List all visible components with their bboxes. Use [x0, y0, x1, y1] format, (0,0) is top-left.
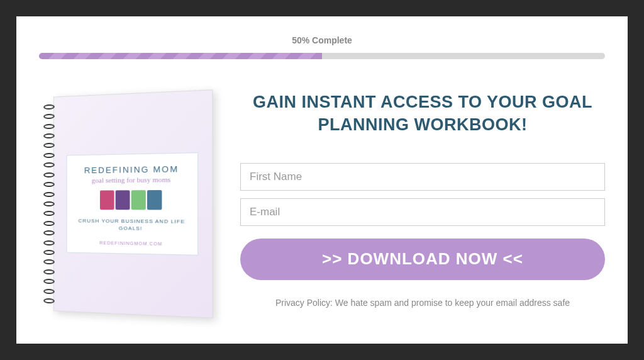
- cover-subtitle: goal setting for busy moms: [74, 175, 191, 184]
- cover-url: REDEFININGMOM.COM: [74, 240, 191, 247]
- progress-fill: [39, 53, 322, 59]
- cover-title: REDEFINING MOM: [74, 164, 191, 175]
- form-column: GAIN INSTANT ACCESS TO YOUR GOAL PLANNIN…: [240, 91, 605, 331]
- firstname-input[interactable]: [240, 163, 605, 191]
- content-area: REDEFINING MOM goal setting for busy mom…: [39, 91, 605, 331]
- cover-card: REDEFINING MOM goal setting for busy mom…: [67, 152, 199, 256]
- headline: GAIN INSTANT ACCESS TO YOUR GOAL PLANNIN…: [240, 91, 605, 137]
- signup-modal: 50% Complete REDEFINING MOM: [16, 16, 628, 344]
- cover-books-graphic: [74, 190, 191, 210]
- cover-tagline: CRUSH YOUR BUSINESS AND LIFE GOALS!: [74, 217, 191, 233]
- progress-label: 50% Complete: [39, 35, 605, 45]
- spiral-binding: [43, 101, 56, 306]
- privacy-text: Privacy Policy: We hate spam and promise…: [240, 298, 605, 308]
- progress-bar: [39, 53, 605, 59]
- download-button[interactable]: >> DOWNLOAD NOW <<: [240, 239, 605, 280]
- email-input[interactable]: [240, 198, 605, 226]
- product-image-column: REDEFINING MOM goal setting for busy mom…: [39, 91, 215, 331]
- workbook-mockup: REDEFINING MOM goal setting for busy mom…: [48, 89, 213, 318]
- book-cover: REDEFINING MOM goal setting for busy mom…: [53, 89, 213, 318]
